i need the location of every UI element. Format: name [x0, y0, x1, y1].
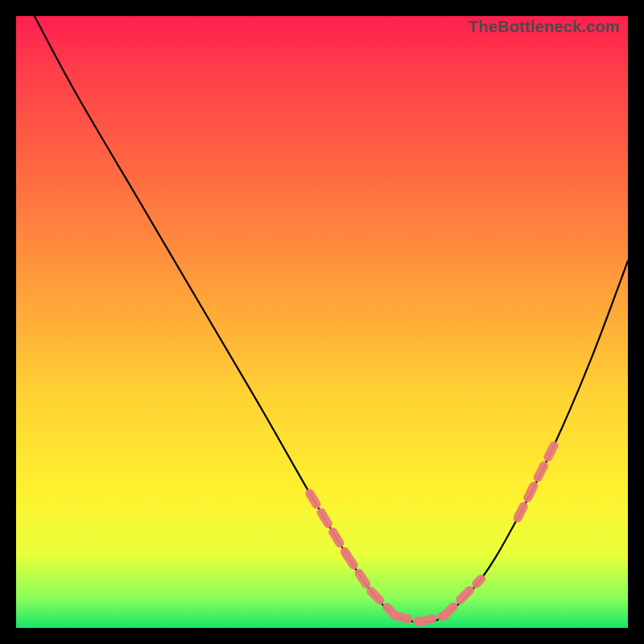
curve-path [35, 16, 628, 622]
bottleneck-curve [16, 16, 628, 628]
highlight-segment [371, 591, 395, 615]
highlight-segment [420, 616, 444, 622]
watermark-text: TheBottleneck.com [469, 18, 620, 36]
highlight-segment [444, 579, 481, 616]
highlight-segment [395, 616, 419, 622]
highlight-segment [346, 555, 370, 592]
highlight-segment [518, 444, 555, 518]
plot-area: TheBottleneck.com [16, 16, 628, 628]
highlight-segment [310, 493, 347, 555]
chart-frame: TheBottleneck.com [0, 0, 644, 644]
